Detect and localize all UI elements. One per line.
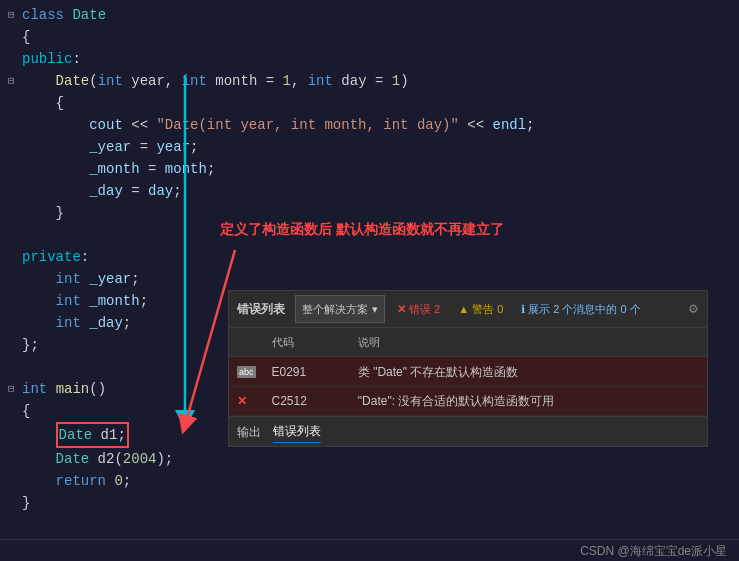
code-line: _year = year; <box>0 136 739 158</box>
error-row[interactable]: abc E0291 类 "Date" 不存在默认构造函数 <box>229 357 707 387</box>
chinese-annotation: 定义了构造函数后 默认构造函数就不再建立了 <box>220 218 504 240</box>
code-editor: ⊟ class Date { public: ⊟ Date(int year, … <box>0 0 739 561</box>
error-code: E0291 <box>264 357 350 387</box>
line-content: int _year; <box>22 268 731 290</box>
code-line: int _year; <box>0 268 739 290</box>
code-line: ⊟ class Date <box>0 4 739 26</box>
code-line: { <box>0 26 739 48</box>
code-line: Date d2(2004); <box>0 448 739 470</box>
code-line: public: <box>0 48 739 70</box>
code-line: return 0; <box>0 470 739 492</box>
col-icon <box>229 328 264 357</box>
highlight-box: Date d1; <box>56 422 129 448</box>
collapse-indicator[interactable]: ⊟ <box>8 378 20 400</box>
collapse-indicator[interactable]: ⊟ <box>8 70 20 92</box>
error-panel: 错误列表 整个解决方案 ▾ ✕ 错误 2 ▲ 警告 0 ℹ 展示 2 个消息中的… <box>228 290 708 447</box>
dropdown-label: 整个解决方案 <box>302 298 368 320</box>
code-line: { <box>0 92 739 114</box>
info-badge: ℹ 展示 2 个消息中的 0 个 <box>515 297 646 321</box>
code-line: _month = month; <box>0 158 739 180</box>
line-content: _month = month; <box>22 158 731 180</box>
code-line: _day = day; <box>0 180 739 202</box>
code-line: } <box>0 492 739 514</box>
error-description: 类 "Date" 不存在默认构造函数 <box>350 357 707 387</box>
collapse-indicator[interactable]: ⊟ <box>8 4 20 26</box>
solution-dropdown[interactable]: 整个解决方案 ▾ <box>295 295 385 323</box>
line-content: return 0; <box>22 470 731 492</box>
error-list-tab[interactable]: 错误列表 <box>273 420 321 443</box>
info-icon: ℹ <box>521 298 525 320</box>
code-line: cout << "Date(int year, int month, int d… <box>0 114 739 136</box>
line-content: Date d2(2004); <box>22 448 731 470</box>
line-content: { <box>22 92 731 114</box>
line-content: Date(int year, int month = 1, int day = … <box>22 70 731 92</box>
status-text: CSDN @海绵宝宝de派小星 <box>580 540 727 562</box>
warning-badge: ▲ 警告 0 <box>452 297 509 321</box>
line-content: _year = year; <box>22 136 731 158</box>
error-badge: ✕ 错误 2 <box>391 297 446 321</box>
row-icon: ✕ <box>229 387 264 416</box>
chevron-down-icon: ▾ <box>372 298 378 320</box>
line-content: public: <box>22 48 731 70</box>
error-icon: ✕ <box>397 298 406 320</box>
row-icon: abc <box>229 357 264 387</box>
abc-icon: abc <box>237 366 256 378</box>
error-row[interactable]: ✕ C2512 "Date": 没有合适的默认构造函数可用 <box>229 387 707 416</box>
error-panel-footer: 输出 错误列表 <box>229 416 707 446</box>
col-desc: 说明 <box>350 328 707 357</box>
error-description: "Date": 没有合适的默认构造函数可用 <box>350 387 707 416</box>
error-panel-title: 错误列表 <box>237 298 285 320</box>
line-content: { <box>22 26 731 48</box>
status-bar: CSDN @海绵宝宝de派小星 <box>0 539 739 561</box>
line-content: class Date <box>22 4 731 26</box>
line-content: private: <box>22 246 731 268</box>
error-table: 代码 说明 abc E0291 类 "Date" 不存在默认构造函数 ✕ C25… <box>229 328 707 416</box>
output-tab[interactable]: 输出 <box>237 421 261 443</box>
error-x-icon: ✕ <box>237 394 247 408</box>
line-content: _day = day; <box>22 180 731 202</box>
line-content: } <box>22 492 731 514</box>
filter-icon[interactable]: ⚙ <box>688 298 699 320</box>
warning-icon: ▲ <box>458 298 469 320</box>
code-line: ⊟ Date(int year, int month = 1, int day … <box>0 70 739 92</box>
error-panel-header: 错误列表 整个解决方案 ▾ ✕ 错误 2 ▲ 警告 0 ℹ 展示 2 个消息中的… <box>229 291 707 328</box>
line-content: cout << "Date(int year, int month, int d… <box>22 114 731 136</box>
error-code: C2512 <box>264 387 350 416</box>
col-code: 代码 <box>264 328 350 357</box>
code-line: private: <box>0 246 739 268</box>
